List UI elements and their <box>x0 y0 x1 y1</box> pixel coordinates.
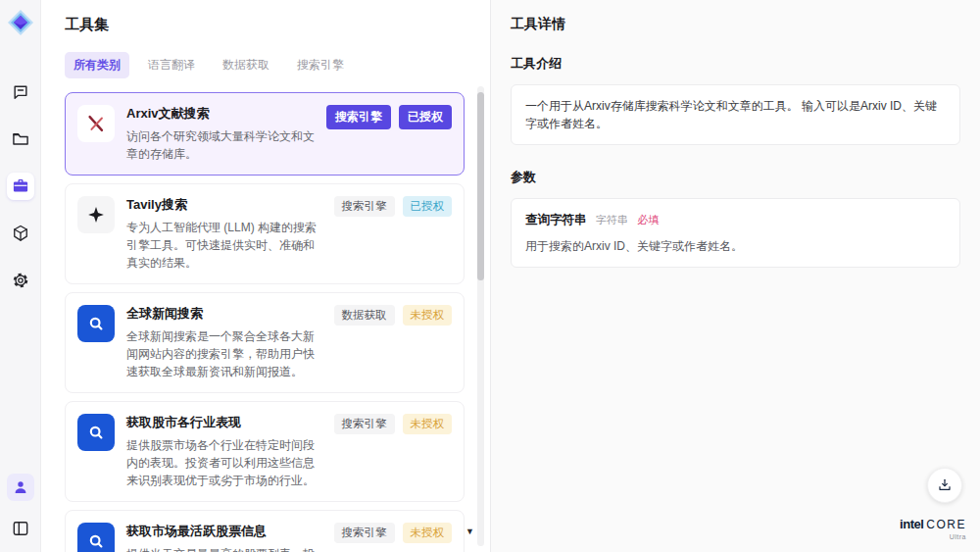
app-logo[interactable] <box>6 8 35 37</box>
sidebar-nav <box>7 78 34 294</box>
tool-name: 获取市场最活跃股票信息 <box>126 523 322 540</box>
tool-list-panel: 工具集 所有类别语言翻译数据获取搜索引擎 Arxiv文献搜索 访问各个研究领域大… <box>41 0 490 552</box>
tool-name: Tavily搜索 <box>126 196 322 214</box>
app-window: 工具集 所有类别语言翻译数据获取搜索引擎 Arxiv文献搜索 访问各个研究领域大… <box>0 0 980 552</box>
intel-brand-text: intel <box>900 517 923 531</box>
tool-category-badge: 搜索引擎 <box>334 414 395 434</box>
intel-core-logo: intelcore Ultra <box>900 516 966 540</box>
parameter-name: 查询字符串 <box>525 213 587 226</box>
sparkle-icon <box>77 196 115 233</box>
sidebar-item-chat[interactable] <box>7 78 34 106</box>
tool-name: Arxiv文献搜索 <box>126 105 315 123</box>
tool-card[interactable]: 获取股市各行业表现 提供股票市场各个行业在特定时间段内的表现。投资者可以利用这些… <box>65 401 465 502</box>
chat-icon <box>11 82 30 102</box>
sidebar-item-profile[interactable] <box>7 474 34 501</box>
category-tab-0[interactable]: 所有类别 <box>65 52 129 78</box>
parameter-head: 查询字符串 字符串 必填 <box>525 211 946 229</box>
tool-description: 专为人工智能代理 (LLM) 构建的搜索引擎工具。可快速提供实时、准确和真实的结… <box>126 219 322 272</box>
cube-icon <box>11 224 30 243</box>
tool-category-badge: 搜索引擎 <box>326 105 391 129</box>
tool-description: 提供股票市场各个行业在特定时间段内的表现。投资者可以利用这些信息来识别表现优于或… <box>126 436 322 489</box>
parameter-required-badge: 必填 <box>637 214 659 226</box>
category-tab-1[interactable]: 语言翻译 <box>139 52 204 78</box>
tool-cards: Arxiv文献搜索 访问各个研究领域大量科学论文和文章的存储库。 搜索引擎 已授… <box>65 92 465 552</box>
scrollbar-thumb[interactable] <box>477 92 484 280</box>
intro-text-box: 一个用于从Arxiv存储库搜索科学论文和文章的工具。 输入可以是Arxiv ID… <box>511 84 960 145</box>
tool-name: 全球新闻搜索 <box>126 305 322 323</box>
gear-icon <box>11 271 30 290</box>
category-tab-2[interactable]: 数据获取 <box>214 52 278 78</box>
sidebar-item-files[interactable] <box>7 125 34 153</box>
download-button[interactable] <box>927 468 962 503</box>
search-blue-icon <box>77 523 115 552</box>
search-blue-icon <box>77 414 115 451</box>
tool-card[interactable]: Tavily搜索 专为人工智能代理 (LLM) 构建的搜索引擎工具。可快速提供实… <box>65 183 465 284</box>
folder-icon <box>11 129 30 149</box>
details-title: 工具详情 <box>511 16 960 33</box>
tool-auth-badge: 已授权 <box>399 105 452 129</box>
tool-category-badge: 搜索引擎 <box>334 523 395 543</box>
intro-label: 工具介绍 <box>511 55 960 73</box>
tool-name: 获取股市各行业表现 <box>126 414 322 431</box>
briefcase-icon <box>11 176 30 196</box>
tool-description: 提供当天交易量最高的股票列表。投资者可以利用这些信息来识别流动性强的股票和潜在的… <box>126 545 322 552</box>
tool-description: 全球新闻搜索是一个聚合全球各大新闻网站内容的搜索引擎，帮助用户快速获取全球最新资… <box>126 327 322 380</box>
parameter-type: 字符串 <box>596 214 628 226</box>
sidebar-item-packages[interactable] <box>7 220 34 247</box>
tool-description: 访问各个研究领域大量科学论文和文章的存储库。 <box>126 127 315 163</box>
tool-auth-badge: 未授权 <box>403 523 453 543</box>
sidebar-item-panel-toggle[interactable] <box>7 515 34 542</box>
category-tab-3[interactable]: 搜索引擎 <box>288 52 353 78</box>
sidebar-item-settings[interactable] <box>7 267 34 294</box>
category-tabs: 所有类别语言翻译数据获取搜索引擎 <box>65 52 465 78</box>
tool-card[interactable]: 获取市场最活跃股票信息 提供当天交易量最高的股票列表。投资者可以利用这些信息来识… <box>65 510 465 552</box>
panel-icon <box>11 519 30 538</box>
tool-card[interactable]: 全球新闻搜索 全球新闻搜索是一个聚合全球各大新闻网站内容的搜索引擎，帮助用户快速… <box>65 292 465 393</box>
tool-auth-badge: 未授权 <box>403 414 453 434</box>
sidebar <box>0 0 41 552</box>
tool-auth-badge: 未授权 <box>403 305 453 326</box>
parameter-description: 用于搜索的Arxiv ID、关键字或作者姓名。 <box>525 237 946 255</box>
ultra-brand-text: Ultra <box>900 533 966 540</box>
parameter-box: 查询字符串 字符串 必填 用于搜索的Arxiv ID、关键字或作者姓名。 <box>511 198 960 268</box>
core-brand-text: core <box>926 518 966 531</box>
sidebar-bottom <box>7 474 34 542</box>
page-title: 工具集 <box>65 16 465 34</box>
user-icon <box>12 478 29 496</box>
scroll-down-icon[interactable]: ▼ <box>466 527 474 536</box>
list-scrollbar[interactable] <box>477 86 484 546</box>
params-label: 参数 <box>511 169 960 186</box>
sidebar-item-tools[interactable] <box>7 173 34 200</box>
tool-category-badge: 搜索引擎 <box>334 196 395 217</box>
search-blue-icon <box>77 305 115 342</box>
tool-category-badge: 数据获取 <box>334 305 395 326</box>
tool-auth-badge: 已授权 <box>403 196 453 217</box>
tool-details-panel: 工具详情 工具介绍 一个用于从Arxiv存储库搜索科学论文和文章的工具。 输入可… <box>490 0 980 552</box>
tool-card[interactable]: Arxiv文献搜索 访问各个研究领域大量科学论文和文章的存储库。 搜索引擎 已授… <box>65 92 465 176</box>
download-icon <box>937 477 953 493</box>
arxiv-logo-icon <box>77 105 115 142</box>
